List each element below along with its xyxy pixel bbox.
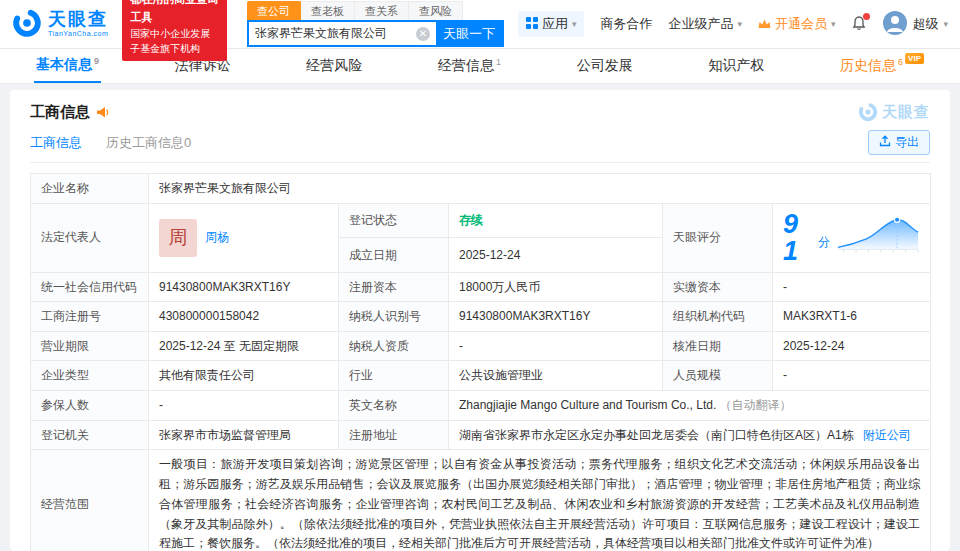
business-term-label: 营业期限: [31, 331, 149, 361]
promo-line1: 都在用的商业查询工具: [130, 0, 219, 26]
user-account[interactable]: 超级 ▾: [883, 11, 948, 38]
tab-intellectual-property[interactable]: 知识产权: [706, 49, 766, 83]
promo-banner: 都在用的商业查询工具 国家中小企业发展子基金旗下机构: [122, 0, 227, 61]
credit-code-label: 统一社会信用代码: [31, 272, 149, 302]
tianyancha-watermark: 天眼查: [858, 102, 930, 122]
export-icon: [879, 135, 891, 150]
menu-apps[interactable]: 应用 ▾: [518, 11, 585, 37]
vip-badge: VIP: [905, 53, 924, 64]
subtab-history-business-info[interactable]: 历史工商信息0: [106, 134, 191, 152]
staff-size-label: 人员规模: [663, 361, 773, 391]
org-code-label: 组织机构代码: [663, 302, 773, 332]
announcement-icon: [96, 106, 110, 119]
top-header: 天眼查 TianYanCha.com 都在用的商业查询工具 国家中小企业发展子基…: [0, 0, 960, 48]
auto-translate-note: （自动翻译）: [720, 398, 792, 412]
menu-open-vip-label: 开通会员: [775, 15, 827, 33]
legal-rep-cell: 周 周杨: [149, 203, 339, 272]
table-row: 经营范围 一般项目：旅游开发项目策划咨询；游览景区管理；以自有资金从事投资活动；…: [31, 450, 931, 551]
chevron-down-icon: ▾: [831, 19, 836, 29]
search-button[interactable]: 天眼一下: [436, 22, 502, 45]
search-tab-company[interactable]: 查公司: [247, 1, 301, 20]
industry-label: 行业: [339, 361, 449, 391]
table-row: 法定代表人 周 周杨 登记状态 存续 天眼评分 91 分: [31, 203, 931, 238]
chevron-down-icon: ▾: [737, 19, 742, 29]
authority-value: 张家界市市场监督管理局: [149, 420, 339, 450]
company-type-label: 企业类型: [31, 361, 149, 391]
legal-rep-name-link[interactable]: 周杨: [205, 228, 229, 247]
company-type-value: 其他有限责任公司: [149, 361, 339, 391]
logo-domain: TianYanCha.com: [48, 30, 108, 38]
promo-line2: 国家中小企业发展子基金旗下机构: [130, 26, 219, 57]
notification-badge: [863, 13, 870, 20]
chevron-down-icon: ▾: [943, 19, 948, 29]
business-info-card: 工商信息 天眼查 工商信息 历史工商信息0 导出 企业名称 张: [10, 90, 950, 551]
reg-status-label: 登记状态: [339, 203, 449, 238]
industry-value: 公共设施管理业: [449, 361, 663, 391]
menu-open-vip[interactable]: 开通会员 ▾: [758, 15, 836, 33]
english-name-label: 英文名称: [339, 390, 449, 420]
approval-date-label: 核准日期: [663, 331, 773, 361]
paid-capital-label: 实缴资本: [663, 272, 773, 302]
menu-enterprise-products[interactable]: 企业级产品 ▾: [668, 15, 742, 33]
search-box: ✕ 天眼一下: [247, 20, 504, 47]
subtab-business-info[interactable]: 工商信息: [30, 134, 82, 152]
tianyancha-logo-icon: [12, 8, 42, 41]
tab-operating-risk[interactable]: 经营风险: [304, 49, 364, 83]
tab-company-development[interactable]: 公司发展: [575, 49, 635, 83]
search-block: 查公司 查老板 查关系 查风险 ✕ 天眼一下: [247, 1, 504, 47]
section-title: 工商信息: [30, 103, 90, 122]
taxpayer-qual-value: -: [449, 331, 663, 361]
notification-bell-icon[interactable]: [851, 15, 867, 34]
reg-no-value: 430800000158042: [149, 302, 339, 332]
est-date-value: 2025-12-24: [449, 238, 663, 273]
username: 超级: [912, 15, 938, 33]
business-term-value: 2025-12-24 至 无固定期限: [149, 331, 339, 361]
section-header: 工商信息 天眼查: [30, 102, 930, 122]
main-content: 工商信息 天眼查 工商信息 历史工商信息0 导出 企业名称 张: [10, 90, 950, 551]
business-scope-value: 一般项目：旅游开发项目策划咨询；游览景区管理；以自有资金从事投资活动；票务代理服…: [149, 450, 931, 551]
tab-count: 1: [496, 57, 501, 67]
crown-icon: [758, 17, 771, 32]
nearby-companies-link[interactable]: 附近公司: [863, 428, 911, 442]
score-cell: 91 分: [773, 203, 931, 272]
table-row: 企业类型 其他有限责任公司 行业 公共设施管理业 人员规模 -: [31, 361, 931, 391]
apps-grid-icon: [526, 17, 538, 32]
score-trend-chart: [836, 214, 920, 262]
tab-operating-info[interactable]: 经营信息1: [436, 49, 503, 83]
org-code-value: MAK3RXT1-6: [773, 302, 931, 332]
export-button[interactable]: 导出: [868, 130, 930, 155]
business-scope-label: 经营范围: [31, 450, 149, 551]
company-name-value: 张家界芒果文旅有限公司: [149, 174, 931, 204]
search-tab-boss[interactable]: 查老板: [301, 1, 355, 20]
taxpayer-id-label: 纳税人识别号: [339, 302, 449, 332]
reg-no-label: 工商注册号: [31, 302, 149, 332]
tianyancha-logo[interactable]: 天眼查 TianYanCha.com: [12, 8, 108, 41]
tab-basic-info[interactable]: 基本信息9: [34, 49, 101, 83]
menu-apps-label: 应用: [542, 15, 568, 33]
clear-search-icon[interactable]: ✕: [416, 27, 430, 41]
search-tab-risk[interactable]: 查风险: [409, 1, 463, 20]
menu-enterprise-products-label: 企业级产品: [668, 15, 733, 33]
score-unit: 分: [818, 233, 830, 252]
tab-count: 9: [94, 56, 99, 66]
authority-label: 登记机关: [31, 420, 149, 450]
legal-rep-avatar[interactable]: 周: [159, 219, 197, 257]
menu-cooperation[interactable]: 商务合作: [600, 15, 652, 33]
taxpayer-qual-label: 纳税人资质: [339, 331, 449, 361]
reg-status-value: 存续: [449, 203, 663, 238]
insured-count-value: -: [149, 390, 339, 420]
header-menu: 应用 ▾ 商务合作 企业级产品 ▾ 开通会员 ▾ 超级 ▾: [518, 11, 948, 38]
chevron-down-icon: ▾: [572, 19, 577, 29]
company-name-label: 企业名称: [31, 174, 149, 204]
table-row: 企业名称 张家界芒果文旅有限公司: [31, 174, 931, 204]
tab-history-info[interactable]: 历史信息6 VIP: [838, 49, 926, 83]
logo-name: 天眼查: [48, 10, 108, 30]
address-label: 注册地址: [339, 420, 449, 450]
search-input[interactable]: [249, 27, 416, 41]
avatar: [883, 11, 907, 38]
address-value: 湖南省张家界市永定区永定办事处回龙居委会（南门口特色街区A区）A1栋 附近公司: [449, 420, 931, 450]
search-tab-relation[interactable]: 查关系: [355, 1, 409, 20]
status-badge: 存续: [459, 213, 483, 227]
table-row: 统一社会信用代码 91430800MAK3RXT16Y 注册资本 18000万人…: [31, 272, 931, 302]
tab-count: 6: [898, 57, 903, 67]
